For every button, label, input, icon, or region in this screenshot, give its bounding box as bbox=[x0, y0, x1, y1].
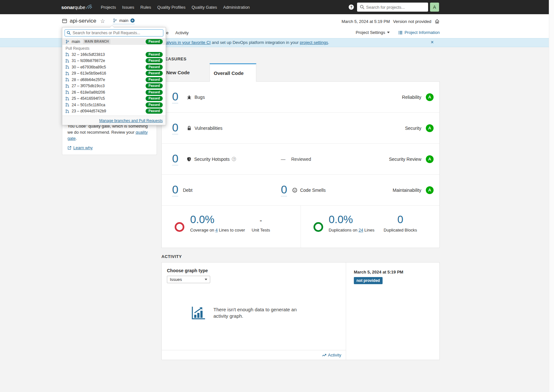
pull-request-icon bbox=[65, 103, 69, 107]
code-smells-count[interactable]: 0 bbox=[281, 184, 287, 197]
pull-request-label: 32 – 166c5df23813 bbox=[72, 52, 105, 57]
banner-text-middle: and set up DevOps platform integration i… bbox=[210, 40, 300, 45]
learn-why-link[interactable]: Learn why bbox=[67, 145, 151, 150]
tab-overall-code[interactable]: Overall Code bbox=[210, 63, 256, 82]
bug-icon bbox=[187, 95, 192, 100]
hotspots-count[interactable]: 0 bbox=[172, 153, 178, 166]
project-title-row: api-service ☆ main + bbox=[62, 18, 135, 24]
pull-request-item[interactable]: 26 – 618e0a6fd206 Passed bbox=[62, 89, 166, 96]
coverage-panel: 0.0% Coverage on 4 Lines to cover - Unit… bbox=[162, 206, 301, 248]
project-settings-link[interactable]: project settings bbox=[300, 40, 328, 45]
vulnerabilities-count[interactable]: 0 bbox=[172, 122, 178, 135]
nav-quality-gates[interactable]: Quality Gates bbox=[191, 5, 217, 10]
rating-badge[interactable]: A bbox=[426, 186, 434, 194]
unit-tests-value: - bbox=[250, 216, 272, 225]
graph-type-select[interactable]: Issues bbox=[167, 276, 210, 283]
debt-label: Debt bbox=[183, 188, 192, 193]
reliability-label: Reliability bbox=[402, 95, 421, 100]
status-badge: Passed bbox=[146, 108, 163, 114]
help-icon[interactable]: ? bbox=[232, 157, 236, 161]
pull-request-label: 27 – 3f075db19cc3 bbox=[72, 84, 105, 88]
rating-badge[interactable]: A bbox=[426, 155, 434, 163]
vulnerabilities-label: Vulnerabilities bbox=[194, 126, 222, 131]
status-badge: Passed bbox=[146, 71, 163, 76]
home-icon[interactable] bbox=[435, 19, 440, 24]
branch-search-input[interactable] bbox=[65, 29, 163, 36]
security-label: Security bbox=[405, 126, 421, 131]
logo-swoosh-icon bbox=[86, 4, 92, 9]
activity-link-label: Activity bbox=[328, 353, 341, 357]
branch-selector[interactable]: main + bbox=[113, 18, 134, 24]
pull-request-item[interactable]: 29 – 613e5b5be616 Passed bbox=[62, 70, 166, 77]
bugs-count[interactable]: 0 bbox=[172, 91, 178, 104]
project-information-link[interactable]: Project Information bbox=[398, 30, 440, 35]
nav-right-cluster: ? A bbox=[349, 3, 439, 12]
graph-type-label: Choose graph type bbox=[167, 268, 341, 273]
sonarqube-project-overview: sonarqube Projects Issues Rules Quality … bbox=[0, 0, 554, 392]
pull-request-label: 29 – 613e5b5be616 bbox=[72, 71, 106, 76]
security-rating: Security A bbox=[405, 124, 434, 132]
pull-request-item[interactable]: 28 – d68b64e25f7e Passed bbox=[62, 77, 166, 83]
unit-tests-label: Unit Tests bbox=[250, 228, 272, 232]
tab-activity[interactable]: Activity bbox=[175, 30, 189, 35]
tab-new-code[interactable]: New Code bbox=[161, 63, 210, 81]
project-information-label: Project Information bbox=[405, 30, 440, 35]
nav-projects[interactable]: Projects bbox=[101, 5, 116, 10]
duplications-ring-icon bbox=[313, 222, 323, 232]
nav-issues[interactable]: Issues bbox=[122, 5, 134, 10]
pull-request-icon bbox=[65, 71, 69, 76]
coverage-block: 0.0% Coverage on 4 Lines to cover bbox=[190, 214, 245, 232]
branch-icon bbox=[113, 18, 117, 23]
add-branch-icon[interactable]: + bbox=[130, 18, 135, 23]
nav-rules[interactable]: Rules bbox=[140, 5, 151, 10]
sonarqube-logo[interactable]: sonarqube bbox=[61, 5, 92, 10]
project-settings-menu[interactable]: Project Settings bbox=[356, 30, 390, 35]
main-branch-item[interactable]: main MAIN BRANCH Passed bbox=[62, 38, 166, 45]
close-icon[interactable]: × bbox=[431, 39, 434, 45]
duplications-value[interactable]: 0.0% bbox=[329, 214, 374, 225]
debt-value[interactable]: 0 bbox=[172, 184, 178, 197]
duplications-suffix: Lines bbox=[363, 228, 374, 232]
pull-request-label: 31 – fd39b879872e bbox=[72, 58, 105, 63]
analysis-date: March 5, 2024 at 5:19 PM bbox=[342, 19, 390, 24]
ci-analysis-link[interactable]: analysis in your favorite CI bbox=[161, 40, 210, 45]
rating-badge[interactable]: A bbox=[426, 124, 434, 132]
pull-request-item[interactable]: 25 – 45416594f7c5 Passed bbox=[62, 96, 166, 102]
pull-request-item[interactable]: 27 – 3f075db19cc3 Passed bbox=[62, 83, 166, 89]
coverage-prefix: Coverage on bbox=[190, 228, 215, 232]
pull-request-item[interactable]: 24 – 501c5c1160ca Passed bbox=[62, 102, 166, 108]
help-icon[interactable]: ? bbox=[349, 5, 354, 10]
pull-request-icon bbox=[65, 97, 69, 101]
logo-text-light: qube bbox=[75, 5, 85, 10]
manage-branches-link[interactable]: Manage branches and Pull Requests bbox=[99, 119, 163, 123]
duplication-lines-link[interactable]: 24 bbox=[359, 228, 363, 232]
global-search-input[interactable] bbox=[357, 3, 428, 12]
security-review-label: Security Review bbox=[389, 157, 421, 162]
branch-icon bbox=[65, 39, 69, 44]
analysis-meta: March 5, 2024 at 5:19 PM Version not pro… bbox=[342, 19, 440, 24]
nav-administration[interactable]: Administration bbox=[223, 5, 250, 10]
scrollbar[interactable] bbox=[549, 0, 554, 392]
rating-badge[interactable]: A bbox=[426, 93, 434, 101]
code-smells-icon bbox=[292, 188, 297, 193]
pull-request-item[interactable]: 32 – 166c5df23813 Passed bbox=[62, 51, 166, 58]
external-link-icon bbox=[67, 146, 71, 150]
pull-request-item[interactable]: 30 – e67936ba89c5 Passed bbox=[62, 64, 166, 70]
activity-sidebar: March 5, 2024 at 5:19 PM not provided bbox=[346, 263, 439, 360]
measure-row-vulnerabilities: 0 Vulnerabilities Security A bbox=[162, 113, 439, 144]
favorite-star-icon[interactable]: ☆ bbox=[100, 18, 105, 24]
pull-request-label: 26 – 618e0a6fd206 bbox=[72, 90, 105, 95]
duplicated-blocks-value[interactable]: 0 bbox=[397, 214, 403, 225]
activity-link[interactable]: Activity bbox=[322, 353, 341, 357]
duplicated-blocks-block: 0 Duplicated Blocks bbox=[383, 214, 418, 232]
main-branch-name: main bbox=[72, 39, 80, 44]
current-branch-name: main bbox=[119, 18, 128, 23]
pull-request-icon bbox=[65, 77, 69, 82]
pull-request-icon bbox=[65, 59, 69, 63]
activity-card: Choose graph type Issues There isn't eno… bbox=[161, 262, 440, 360]
nav-quality-profiles[interactable]: Quality Profiles bbox=[157, 5, 185, 10]
pull-request-item[interactable]: 31 – fd39b879872e Passed bbox=[62, 58, 166, 64]
user-avatar[interactable]: A bbox=[430, 3, 439, 12]
coverage-value[interactable]: 0.0% bbox=[190, 214, 245, 225]
pull-request-item[interactable]: 23 – d0944d5742b9 Passed bbox=[62, 108, 166, 115]
